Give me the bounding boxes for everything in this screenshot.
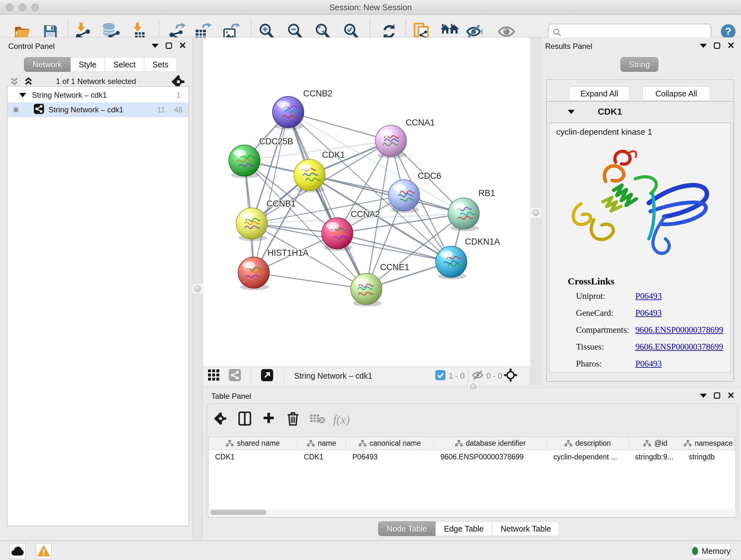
crosslink-link[interactable]: P06493	[635, 291, 662, 301]
panel-menu-icon[interactable]	[151, 44, 158, 48]
table-cell[interactable]: CDK1	[209, 450, 297, 464]
table-row[interactable]: CDK1CDK1P064939606.ENSP00000378699cyclin…	[209, 450, 735, 464]
warnings-button[interactable]	[36, 543, 52, 559]
crosslink-row: Uniprot: P06493	[576, 291, 731, 301]
table-options-gear-icon[interactable]	[214, 412, 227, 427]
tab-edge-table[interactable]: Edge Table	[435, 521, 492, 536]
panel-close-icon[interactable]: ✕	[179, 43, 186, 49]
network-node-ccnb2[interactable]	[273, 97, 304, 130]
network-node-cdc25b[interactable]	[229, 145, 260, 178]
network-node-ccne1[interactable]	[351, 273, 382, 307]
hidden-eye-slash-icon[interactable]	[472, 370, 483, 382]
network-node-hist1h1a[interactable]	[238, 257, 269, 290]
status-bar: Memory	[0, 541, 741, 560]
tab-network-table[interactable]: Network Table	[492, 521, 560, 536]
network-graph[interactable]: CDK1CCNB1CCNB2CCNA1CCNA2CCNE1CDC6CDC25BR…	[203, 37, 530, 367]
network-node-ccna1[interactable]	[375, 125, 407, 159]
panel-close-icon[interactable]: ✕	[727, 43, 735, 49]
panel-menu-icon[interactable]	[700, 394, 707, 398]
birdseye-nav-icon[interactable]	[503, 368, 518, 384]
network-selection-status: 1 of 1 Network selected	[0, 77, 192, 86]
network-node-ccnb1[interactable]	[236, 208, 267, 241]
crosslink-row: Tissues: 9606.ENSP00000378699	[576, 342, 731, 352]
network-collection-row[interactable]: String Network – cdk1 1	[8, 88, 188, 103]
crosslink-link[interactable]: 9606.ENSP00000378699	[635, 325, 723, 335]
results-panel-title: Results Panel	[545, 42, 592, 51]
table-column-header[interactable]: database identifier	[434, 437, 547, 449]
select-columns-icon[interactable]	[239, 412, 251, 428]
results-scrollbar[interactable]	[730, 123, 734, 373]
network-node-ccna2[interactable]	[322, 218, 353, 251]
panel-float-icon[interactable]	[165, 43, 172, 49]
network-row-selected[interactable]: String Network – cdk1 11 48	[8, 103, 188, 117]
panel-float-icon[interactable]	[714, 392, 720, 399]
tab-style[interactable]: Style	[71, 57, 105, 72]
network-edge[interactable]	[254, 273, 366, 289]
table-cell[interactable]: stringdb	[682, 450, 735, 464]
table-cell[interactable]: cyclin-dependent ...	[547, 450, 629, 464]
table-cell[interactable]: P06493	[346, 450, 434, 464]
table-column-header[interactable]: name	[297, 437, 346, 449]
crosslink-link[interactable]: P06493	[635, 308, 662, 318]
panel-menu-icon[interactable]	[700, 44, 707, 48]
network-node-cdc6[interactable]	[388, 180, 420, 213]
table-cell[interactable]: 9606.ENSP00000378699	[434, 450, 547, 464]
node-section-header[interactable]: CDK1	[547, 102, 734, 123]
network-node-cdkn1a[interactable]	[435, 246, 467, 279]
tab-node-table[interactable]: Node Table	[378, 521, 435, 536]
table-panel-title: Table Panel	[211, 392, 251, 401]
vertical-splitter-left[interactable]	[192, 37, 203, 541]
table-column-header[interactable]: namespace	[682, 437, 735, 449]
network-edge[interactable]	[288, 112, 366, 289]
tab-sets[interactable]: Sets	[144, 57, 177, 72]
footer-separator	[251, 369, 251, 383]
delete-table-icon[interactable]	[310, 413, 326, 426]
node-label-ccnb1: CCNB1	[266, 199, 296, 208]
table-column-header[interactable]: shared name	[209, 437, 297, 449]
collection-expander-icon[interactable]	[19, 93, 26, 98]
crosslink-link[interactable]: 9606.ENSP00000378699	[635, 342, 723, 352]
panel-close-icon[interactable]: ✕	[727, 392, 735, 399]
section-expander-icon[interactable]	[568, 110, 575, 114]
memory-button[interactable]: Memory	[692, 543, 731, 559]
toolbar-separator	[158, 19, 159, 38]
footer-separator	[283, 369, 284, 383]
table-panel: Table Panel ✕ f(x) shared na	[203, 389, 741, 541]
node-label-cdc25b: CDC25B	[259, 137, 293, 146]
crosslink-link[interactable]: P06493	[635, 359, 662, 369]
table-column-header[interactable]: canonical name	[346, 437, 434, 449]
collapse-all-button[interactable]: Collapse All	[643, 86, 710, 101]
string-network-badge-icon[interactable]	[229, 369, 241, 383]
selected-checkbox-icon[interactable]	[435, 370, 446, 382]
panel-float-icon[interactable]	[714, 43, 720, 49]
table-hscrollbar-thumb[interactable]	[210, 510, 266, 515]
table-hscrollbar[interactable]	[208, 509, 736, 516]
tab-string-results[interactable]: String	[620, 57, 658, 72]
birdseye-grid-icon[interactable]	[208, 369, 219, 383]
node-label-ccnb2: CCNB2	[303, 89, 333, 98]
network-canvas[interactable]: CDK1CCNB1CCNB2CCNA1CCNA2CCNE1CDC6CDC25BR…	[203, 37, 530, 385]
crosslink-label: Pharos:	[576, 359, 602, 368]
table-panel-tabs: Node Table Edge Table Network Table	[378, 521, 560, 536]
node-label-ccna1: CCNA1	[406, 118, 435, 127]
network-edge[interactable]	[310, 175, 464, 213]
splitter-grip[interactable]	[530, 207, 541, 218]
delete-column-icon[interactable]	[287, 412, 299, 428]
vertical-splitter-right[interactable]	[530, 37, 541, 385]
expand-all-button[interactable]: Expand All	[569, 86, 630, 101]
tab-select[interactable]: Select	[105, 57, 144, 72]
network-node-rb1[interactable]	[448, 198, 479, 231]
table-cell[interactable]: CDK1	[297, 450, 346, 464]
horizontal-splitter[interactable]	[203, 385, 741, 389]
splitter-grip[interactable]	[192, 283, 203, 294]
open-in-window-icon[interactable]	[261, 369, 273, 383]
network-node-cdk1[interactable]	[294, 159, 325, 192]
add-column-icon[interactable]	[262, 412, 275, 427]
node-table[interactable]: shared namenamecanonical namedatabase id…	[208, 437, 736, 517]
cloud-status-button[interactable]	[10, 543, 25, 559]
function-builder-icon[interactable]: f(x)	[333, 413, 350, 427]
table-column-header[interactable]: description	[547, 437, 629, 449]
tab-network[interactable]: Network	[24, 57, 71, 72]
table-cell[interactable]: stringdb:9...	[629, 450, 682, 464]
table-column-header[interactable]: @id	[629, 437, 682, 449]
